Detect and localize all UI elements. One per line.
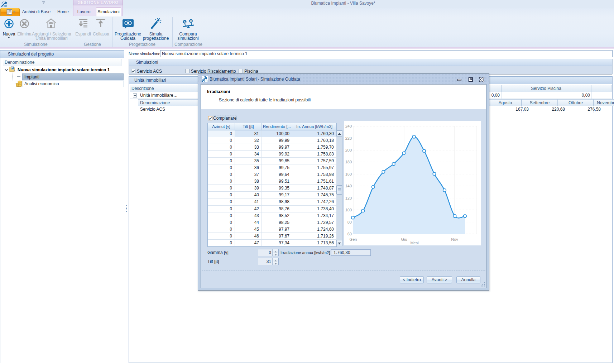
svg-text:A: A	[184, 20, 186, 23]
svg-text:180: 180	[345, 160, 352, 164]
svg-text:B: B	[190, 20, 192, 23]
svg-text:80: 80	[347, 220, 352, 224]
svg-text:160: 160	[345, 172, 352, 176]
svg-text:240: 240	[345, 124, 352, 128]
svg-text:200: 200	[345, 148, 352, 152]
svg-text:Nov: Nov	[451, 237, 458, 241]
svg-text:140: 140	[345, 184, 352, 188]
svg-text:220: 220	[345, 136, 352, 140]
svg-text:Mesi: Mesi	[410, 241, 418, 245]
svg-text:100: 100	[345, 208, 352, 212]
svg-text:Giu: Giu	[401, 237, 407, 241]
svg-text:Gen: Gen	[350, 237, 357, 241]
svg-text:120: 120	[345, 196, 352, 200]
svg-text:60: 60	[347, 232, 352, 236]
